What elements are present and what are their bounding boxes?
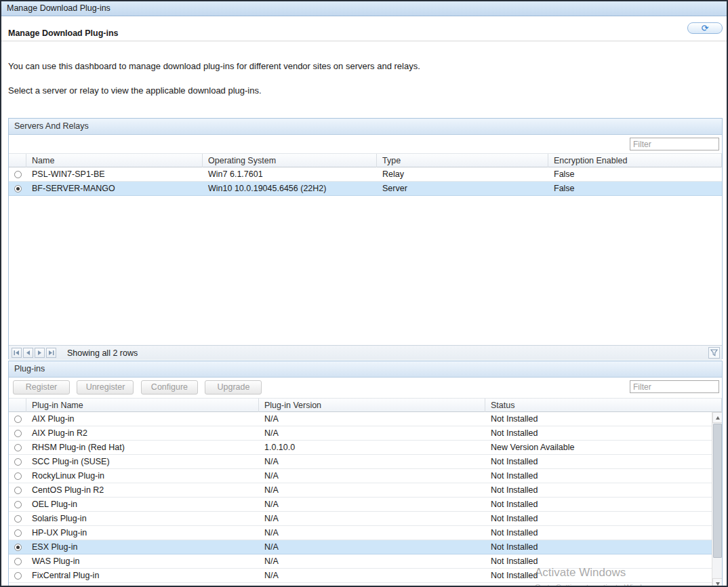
unregister-button[interactable]: Unregister (77, 380, 134, 394)
plugins-panel: Plug-ins Register Unregister Configure U… (8, 361, 723, 587)
row-radio[interactable] (14, 171, 22, 178)
row-radio[interactable] (14, 416, 22, 423)
pager-next-button[interactable] (35, 348, 45, 358)
filter-toggle-button[interactable] (708, 347, 720, 359)
table-cell: N/A (259, 498, 485, 511)
prev-page-icon (25, 350, 31, 356)
plugins-panel-header: Plug-ins (9, 361, 722, 378)
table-cell: WAS Plug-in (26, 554, 259, 568)
table-cell: Not Installed (485, 455, 722, 468)
table-row[interactable]: CentOS Plug-in R2N/ANot Installed (9, 483, 722, 498)
servers-table-header: Name Operating System Type Encryption En… (9, 153, 722, 167)
plugins-toolbar: Register Unregister Configure Upgrade (9, 378, 722, 398)
scroll-up-icon (716, 416, 720, 420)
table-cell: AIX Plug-in (26, 412, 259, 426)
row-radio[interactable] (14, 185, 22, 193)
row-radio[interactable] (14, 501, 22, 508)
refresh-button[interactable]: ⟳ (687, 22, 723, 34)
table-cell: Not Installed (485, 526, 722, 540)
table-row[interactable]: OEL Plug-inN/ANot Installed (9, 498, 722, 512)
servers-filter-row (9, 135, 722, 153)
radio-cell (9, 540, 26, 554)
column-header-plugin-version[interactable]: Plug-in Version (259, 399, 485, 412)
table-cell: Not Installed (485, 469, 722, 483)
table-row[interactable]: SCC Plug-in (SUSE)N/ANot Installed (9, 455, 722, 469)
table-row[interactable]: WAS Plug-inN/ANot Installed (9, 554, 722, 569)
row-radio[interactable] (14, 558, 22, 565)
row-radio[interactable] (14, 515, 22, 523)
header-divider (1, 41, 727, 41)
table-row[interactable]: AIX Plug-inN/ANot Installed (9, 412, 722, 426)
table-cell: Win10 10.0.19045.6456 (22H2) (203, 182, 377, 195)
row-radio[interactable] (14, 472, 22, 480)
upgrade-button[interactable]: Upgrade (205, 380, 262, 394)
scroll-down-button[interactable] (712, 578, 722, 587)
pager-status-text: Showing all 2 rows (67, 348, 138, 358)
table-cell: Not Installed (485, 412, 722, 426)
column-header-type[interactable]: Type (377, 154, 548, 167)
column-header-plugin-name[interactable]: Plug-in Name (26, 399, 259, 412)
pager-last-button[interactable] (46, 348, 56, 358)
row-radio[interactable] (14, 444, 22, 451)
column-header-name[interactable]: Name (26, 154, 203, 167)
pager-first-button[interactable] (12, 348, 22, 358)
radio-cell (9, 569, 26, 582)
column-header-operating-system[interactable]: Operating System (203, 154, 377, 167)
refresh-icon: ⟳ (702, 24, 709, 33)
radio-cell (9, 412, 26, 426)
vertical-scrollbar[interactable] (712, 412, 722, 587)
scroll-up-button[interactable] (712, 412, 722, 423)
servers-table-footer: Showing all 2 rows (9, 345, 722, 360)
table-row[interactable]: RockyLinux Plug-inN/ANot Installed (9, 469, 722, 483)
column-header-status[interactable]: Status (485, 399, 722, 412)
table-cell: Relay (377, 167, 548, 181)
table-row[interactable]: BF-SERVER-MANGOWin10 10.0.19045.6456 (22… (9, 182, 722, 196)
row-radio[interactable] (14, 487, 22, 494)
table-cell: HP-UX Plug-in (26, 526, 259, 540)
table-row[interactable]: PSL-WIN7-SP1-BEWin7 6.1.7601RelayFalse (9, 167, 722, 182)
table-row[interactable]: RHSM Plug-in (Red Hat)1.0.10.0New Versio… (9, 441, 722, 455)
servers-panel-header: Servers And Relays (9, 119, 722, 135)
radio-cell (9, 182, 26, 195)
table-cell: N/A (259, 512, 485, 525)
radio-cell (9, 526, 26, 540)
row-radio[interactable] (14, 458, 22, 466)
table-cell: False (548, 167, 722, 181)
servers-filter-input[interactable] (630, 138, 719, 150)
radio-cell (9, 512, 26, 525)
servers-panel-title: Servers And Relays (14, 121, 89, 131)
pager-prev-button[interactable] (23, 348, 33, 358)
radio-cell (9, 426, 26, 440)
radio-cell (9, 498, 26, 511)
table-cell: BF-SERVER-MANGO (26, 182, 203, 195)
table-cell: N/A (259, 483, 485, 497)
plugins-filter-input[interactable] (630, 380, 719, 393)
table-cell: Not Installed (485, 498, 722, 511)
row-radio[interactable] (14, 572, 22, 580)
row-radio[interactable] (14, 430, 22, 437)
row-radio[interactable] (14, 529, 22, 537)
table-row[interactable]: ESX Plug-inN/ANot Installed (9, 540, 722, 554)
table-cell: N/A (259, 526, 485, 540)
filter-toggle-icon (710, 349, 718, 357)
configure-button[interactable]: Configure (141, 380, 198, 394)
manage-download-plugins-window: Manage Download Plug-ins Manage Download… (0, 0, 728, 587)
plugins-rows: AIX Plug-inN/ANot InstalledAIX Plug-in R… (9, 412, 722, 583)
table-row[interactable]: HP-UX Plug-inN/ANot Installed (9, 526, 722, 540)
table-cell: N/A (259, 569, 485, 582)
scrollbar-thumb[interactable] (713, 424, 722, 558)
radio-cell (9, 483, 26, 497)
register-button[interactable]: Register (13, 380, 70, 394)
table-row[interactable]: Solaris Plug-inN/ANot Installed (9, 512, 722, 526)
table-cell: Not Installed (485, 554, 722, 568)
table-cell: Not Installed (485, 540, 722, 554)
radio-column-header (9, 399, 26, 412)
radio-cell (9, 455, 26, 468)
column-header-encryption-enabled[interactable]: Encryption Enabled (548, 154, 722, 167)
table-row[interactable]: AIX Plug-in R2N/ANot Installed (9, 426, 722, 441)
table-cell: Server (377, 182, 548, 195)
radio-column-header (9, 154, 26, 167)
window-titlebar: Manage Download Plug-ins (1, 1, 727, 16)
table-row[interactable]: FixCentral Plug-inN/ANot Installed (9, 569, 722, 583)
row-radio[interactable] (14, 544, 22, 551)
